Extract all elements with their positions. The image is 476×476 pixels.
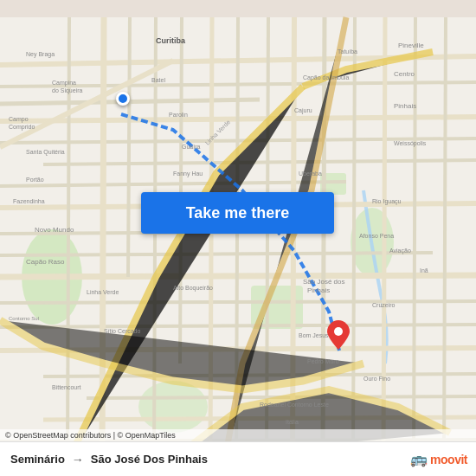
svg-text:Comprido: Comprido	[9, 124, 35, 131]
svg-line-28	[180, 17, 182, 363]
moovit-bus-icon: 🚌	[410, 451, 428, 467]
svg-text:Santa Quitéria: Santa Quitéria	[26, 149, 65, 156]
moovit-logo: 🚌 moovit	[410, 451, 467, 467]
svg-text:Tatuíba: Tatuíba	[338, 48, 357, 55]
svg-line-27	[154, 17, 156, 459]
svg-text:Batel: Batel	[151, 77, 165, 83]
svg-text:do Siqueira: do Siqueira	[52, 87, 83, 94]
svg-line-31	[267, 17, 268, 459]
map-svg: Ney Braga Curitiba Tatuíba Pineville Cam…	[0, 0, 476, 476]
svg-text:Ney Braga: Ney Braga	[26, 51, 55, 58]
bottom-bar: Seminário → São José Dos Pinhais 🚌 moovi…	[0, 441, 476, 476]
svg-text:Inã: Inã	[420, 267, 428, 273]
svg-text:Curitiba: Curitiba	[156, 36, 186, 45]
svg-text:Campina: Campina	[52, 80, 76, 87]
svg-text:Capão Raso: Capão Raso	[26, 258, 65, 266]
svg-point-4	[138, 381, 208, 433]
take-me-there-button[interactable]: Take me there	[141, 192, 334, 234]
svg-text:Uberaba: Uberaba	[299, 170, 322, 177]
svg-text:Ouro Fino: Ouro Fino	[363, 376, 390, 382]
svg-text:Portão: Portão	[26, 177, 44, 183]
svg-text:Itália: Itália	[286, 419, 299, 425]
attribution-text: © OpenStreetMap contributors | © OpenMap…	[5, 431, 176, 440]
svg-text:Parolin: Parolin	[169, 112, 188, 118]
svg-text:Guaíra: Guaíra	[182, 144, 201, 150]
svg-text:Pedro Moro: Pedro Moro	[307, 358, 339, 364]
moovit-brand-text: moovit	[430, 453, 467, 466]
svg-text:Rio Iguaçu: Rio Iguaçu	[372, 198, 402, 205]
svg-text:Afonso Pena: Afonso Pena	[359, 233, 394, 239]
svg-text:Fazendinha: Fazendinha	[13, 198, 45, 204]
svg-line-29	[210, 17, 212, 459]
svg-text:Rodoanel Contorno Leste: Rodoanel Contorno Leste	[260, 402, 329, 408]
map-container: Ney Braga Curitiba Tatuíba Pineville Cam…	[0, 0, 476, 476]
svg-line-37	[444, 17, 446, 459]
svg-text:Aviação: Aviação	[389, 248, 411, 254]
destination-label: São José Dos Pinhais	[91, 453, 208, 466]
svg-line-36	[414, 17, 415, 459]
svg-text:Contorno Sul: Contorno Sul	[9, 316, 39, 321]
svg-text:São José dos: São José dos	[303, 278, 344, 286]
svg-text:Sítio Cercado: Sítio Cercado	[104, 328, 141, 334]
svg-text:Weissópolis: Weissópolis	[394, 140, 427, 147]
svg-text:Campo: Campo	[9, 116, 29, 123]
svg-text:Novo Mundo: Novo Mundo	[35, 226, 74, 234]
svg-line-26	[128, 17, 130, 277]
svg-text:Fanny Hau: Fanny Hau	[173, 170, 203, 177]
origin-label: Seminário	[10, 453, 65, 466]
svg-text:Pinhais: Pinhais	[394, 102, 416, 110]
svg-text:Pinhais: Pinhais	[307, 286, 330, 294]
destination-marker	[327, 320, 350, 353]
svg-text:Alto Boqueirão: Alto Boqueirão	[173, 285, 213, 292]
map-attribution: © OpenStreetMap contributors | © OpenMap…	[0, 429, 476, 441]
svg-text:Bittencourt: Bittencourt	[52, 384, 81, 390]
svg-point-79	[334, 327, 343, 336]
svg-text:Centro: Centro	[394, 70, 415, 78]
svg-text:Capão da Imbuia: Capão da Imbuia	[303, 74, 349, 81]
svg-text:Cajuru: Cajuru	[294, 107, 312, 114]
svg-text:Linha Verde: Linha Verde	[87, 289, 119, 295]
arrow-icon: →	[72, 453, 84, 466]
svg-text:Bom Jesus: Bom Jesus	[299, 332, 329, 338]
svg-text:Pineville: Pineville	[398, 42, 424, 49]
origin-marker	[116, 92, 130, 106]
svg-text:Cruzeiro: Cruzeiro	[372, 302, 396, 308]
